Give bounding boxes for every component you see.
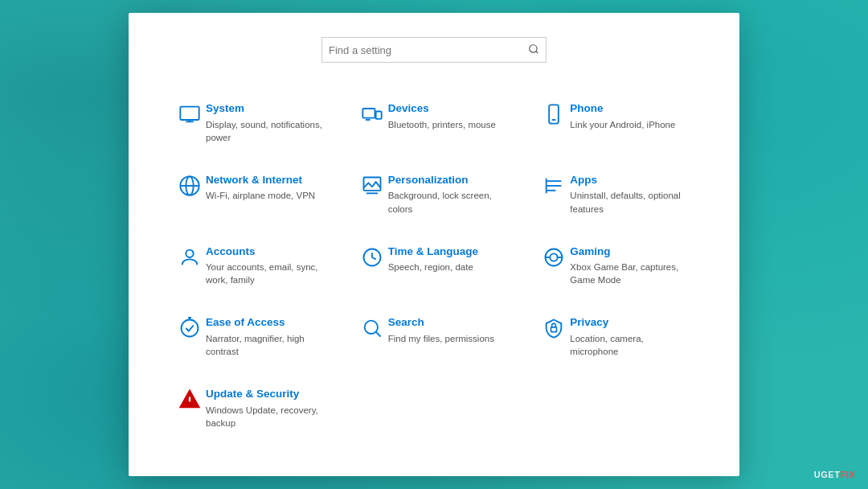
setting-item-accounts[interactable]: AccountsYour accounts, email, sync, work… xyxy=(161,230,343,302)
setting-item-time[interactable]: Time & LanguageSpeech, region, date xyxy=(343,230,526,302)
setting-item-search[interactable]: SearchFind my files, permissions xyxy=(343,301,526,372)
svg-point-25 xyxy=(182,320,199,337)
network-desc: Wi-Fi, airplane mode, VPN xyxy=(206,189,330,202)
personalization-icon xyxy=(356,173,388,197)
time-icon xyxy=(356,244,388,269)
search-desc: Find my files, permissions xyxy=(388,332,513,345)
svg-point-22 xyxy=(551,253,558,261)
svg-rect-30 xyxy=(551,327,557,332)
personalization-text: PersonalizationBackground, lock screen, … xyxy=(388,173,513,216)
accounts-desc: Your accounts, email, sync, work, family xyxy=(206,261,330,286)
svg-point-28 xyxy=(364,321,377,334)
setting-item-update[interactable]: Update & SecurityWindows Update, recover… xyxy=(161,372,343,444)
settings-window: SystemDisplay, sound, notifications, pow… xyxy=(129,13,739,476)
phone-text: PhoneLink your Android, iPhone xyxy=(570,101,694,131)
accounts-text: AccountsYour accounts, email, sync, work… xyxy=(206,244,330,287)
svg-rect-8 xyxy=(549,105,559,123)
privacy-icon xyxy=(538,315,570,339)
search-icon xyxy=(528,43,539,57)
apps-icon xyxy=(538,173,570,197)
time-text: Time & LanguageSpeech, region, date xyxy=(388,244,513,274)
apps-desc: Uninstall, defaults, optional features xyxy=(570,189,694,215)
system-desc: Display, sound, notifications, power xyxy=(206,118,330,144)
svg-point-27 xyxy=(189,317,190,318)
setting-item-system[interactable]: SystemDisplay, sound, notifications, pow… xyxy=(161,87,343,158)
accounts-title: Accounts xyxy=(206,244,330,259)
accounts-icon xyxy=(174,244,206,269)
svg-point-0 xyxy=(530,44,537,51)
gaming-text: GamingXbox Game Bar, captures, Game Mode xyxy=(570,244,694,287)
system-title: System xyxy=(206,101,330,116)
search-bar-wrapper xyxy=(161,37,707,63)
personalization-desc: Background, lock screen, colors xyxy=(388,189,513,215)
setting-item-phone[interactable]: PhoneLink your Android, iPhone xyxy=(525,87,707,158)
svg-rect-5 xyxy=(362,109,375,118)
setting-item-privacy[interactable]: PrivacyLocation, camera, microphone xyxy=(525,301,707,372)
update-icon xyxy=(174,387,206,411)
svg-rect-6 xyxy=(375,112,381,119)
ease-text: Ease of AccessNarrator, magnifier, high … xyxy=(206,315,330,358)
personalization-title: Personalization xyxy=(388,173,513,187)
watermark: UGETFIX xyxy=(814,470,855,479)
search-title: Search xyxy=(388,315,513,330)
network-text: Network & InternetWi-Fi, airplane mode, … xyxy=(206,173,330,203)
search-icon xyxy=(356,315,388,339)
search-bar[interactable] xyxy=(321,37,547,63)
update-text: Update & SecurityWindows Update, recover… xyxy=(206,387,330,429)
system-text: SystemDisplay, sound, notifications, pow… xyxy=(206,101,330,144)
system-icon xyxy=(174,101,206,125)
apps-title: Apps xyxy=(570,173,694,187)
gaming-title: Gaming xyxy=(570,244,694,259)
devices-icon xyxy=(356,101,388,125)
privacy-title: Privacy xyxy=(570,315,694,330)
phone-icon xyxy=(538,101,570,125)
brand-first: UGET xyxy=(814,470,841,479)
setting-item-gaming[interactable]: GamingXbox Game Bar, captures, Game Mode xyxy=(525,230,707,302)
update-desc: Windows Update, recovery, backup xyxy=(206,404,330,429)
svg-line-29 xyxy=(375,332,380,337)
svg-point-33 xyxy=(189,404,190,405)
gaming-icon xyxy=(538,244,570,269)
devices-desc: Bluetooth, printers, mouse xyxy=(388,118,513,131)
apps-text: AppsUninstall, defaults, optional featur… xyxy=(570,173,694,216)
privacy-text: PrivacyLocation, camera, microphone xyxy=(570,315,694,358)
network-title: Network & Internet xyxy=(206,173,330,187)
privacy-desc: Location, camera, microphone xyxy=(570,332,694,358)
setting-item-apps[interactable]: AppsUninstall, defaults, optional featur… xyxy=(525,158,707,230)
setting-item-network[interactable]: Network & InternetWi-Fi, airplane mode, … xyxy=(161,158,343,230)
phone-title: Phone xyxy=(570,101,694,116)
devices-title: Devices xyxy=(388,101,513,116)
search-input[interactable] xyxy=(329,44,528,56)
phone-desc: Link your Android, iPhone xyxy=(570,118,694,131)
gaming-desc: Xbox Game Bar, captures, Game Mode xyxy=(570,261,694,286)
svg-line-1 xyxy=(536,51,538,53)
setting-item-devices[interactable]: DevicesBluetooth, printers, mouse xyxy=(343,87,526,158)
settings-grid: SystemDisplay, sound, notifications, pow… xyxy=(161,87,707,444)
time-title: Time & Language xyxy=(388,244,513,259)
setting-item-ease[interactable]: Ease of AccessNarrator, magnifier, high … xyxy=(161,301,343,372)
ease-icon xyxy=(174,315,206,339)
time-desc: Speech, region, date xyxy=(388,261,513,273)
ease-desc: Narrator, magnifier, high contrast xyxy=(206,332,330,358)
setting-item-personalization[interactable]: PersonalizationBackground, lock screen, … xyxy=(343,158,526,230)
network-icon xyxy=(174,173,206,197)
brand-second: FIX xyxy=(840,470,855,479)
ease-title: Ease of Access xyxy=(206,315,330,330)
svg-rect-2 xyxy=(180,107,199,120)
svg-point-19 xyxy=(186,249,193,257)
update-title: Update & Security xyxy=(206,387,330,401)
devices-text: DevicesBluetooth, printers, mouse xyxy=(388,101,513,131)
search-text: SearchFind my files, permissions xyxy=(388,315,513,345)
